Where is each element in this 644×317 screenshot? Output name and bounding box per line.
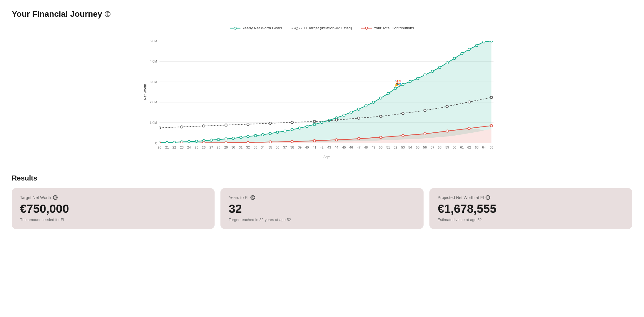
- svg-point-25: [240, 136, 242, 139]
- x-age-42: 42: [320, 146, 324, 149]
- x-age-65: 65: [490, 146, 494, 149]
- x-age-49: 49: [372, 146, 375, 149]
- svg-point-1: [234, 27, 236, 29]
- svg-point-88: [424, 133, 426, 135]
- svg-point-57: [476, 44, 478, 47]
- x-age-41: 41: [313, 146, 317, 149]
- svg-point-85: [357, 137, 360, 140]
- x-age-21: 21: [165, 146, 169, 149]
- x-age-53: 53: [401, 146, 405, 149]
- x-age-64: 64: [482, 146, 486, 149]
- svg-point-87: [402, 134, 404, 137]
- svg-point-31: [284, 130, 286, 132]
- y-axis-title: Net Worth: [143, 84, 147, 100]
- x-age-63: 63: [475, 146, 479, 149]
- x-age-40: 40: [305, 146, 309, 149]
- x-age-34: 34: [261, 146, 265, 149]
- card-target-desc: The amount needed for FI: [20, 217, 206, 222]
- x-age-26: 26: [202, 146, 206, 149]
- x-age-29: 29: [224, 146, 228, 149]
- card-years-to-fi: Years to FI ⓘ 32 Target reached in 32 ye…: [220, 188, 423, 229]
- svg-point-43: [372, 101, 374, 103]
- svg-point-53: [446, 62, 448, 64]
- svg-point-58: [483, 41, 485, 43]
- x-age-58: 58: [438, 146, 442, 149]
- svg-point-89: [446, 130, 448, 132]
- svg-point-59: [490, 40, 493, 42]
- card-target-label-text: Target Net Worth: [20, 195, 51, 200]
- svg-point-55: [461, 52, 463, 55]
- svg-point-81: [269, 141, 271, 143]
- svg-point-3: [296, 27, 298, 29]
- card-target-label: Target Net Worth ⓘ: [20, 195, 206, 200]
- svg-point-15: [166, 141, 168, 144]
- svg-point-27: [254, 134, 257, 137]
- x-age-45: 45: [342, 146, 346, 149]
- svg-point-63: [225, 124, 227, 126]
- x-age-25: 25: [195, 146, 198, 149]
- svg-point-49: [416, 77, 419, 80]
- x-age-27: 27: [209, 146, 213, 149]
- card-target-net-worth: Target Net Worth ⓘ €750,000 The amount n…: [12, 188, 215, 229]
- svg-point-18: [188, 140, 190, 143]
- svg-point-83: [313, 139, 316, 142]
- card-target-info-icon[interactable]: ⓘ: [53, 195, 58, 200]
- svg-point-66: [291, 121, 293, 124]
- x-age-22: 22: [173, 146, 176, 149]
- svg-point-41: [357, 108, 360, 110]
- x-age-23: 23: [180, 146, 184, 149]
- x-age-51: 51: [386, 146, 390, 149]
- x-age-48: 48: [364, 146, 368, 149]
- svg-point-80: [247, 141, 249, 144]
- x-age-60: 60: [453, 146, 456, 149]
- page-title: Your Financial Journey: [12, 9, 102, 19]
- svg-point-77: [180, 142, 183, 144]
- svg-point-60: [158, 127, 161, 129]
- svg-point-91: [490, 124, 493, 127]
- card-years-value: 32: [229, 202, 415, 215]
- results-cards-row: Target Net Worth ⓘ €750,000 The amount n…: [12, 188, 632, 229]
- svg-point-19: [195, 140, 198, 142]
- legend-label-yearly: Yearly Net Worth Goals: [242, 26, 282, 30]
- x-age-43: 43: [327, 146, 331, 149]
- y-axis-3m: 3.0M: [150, 80, 157, 84]
- y-axis-2m: 2.0M: [150, 100, 157, 104]
- page-title-info-icon[interactable]: ⓘ: [105, 11, 111, 17]
- x-age-28: 28: [217, 146, 220, 149]
- legend-line-contributions: [361, 26, 372, 30]
- svg-point-64: [247, 123, 249, 125]
- svg-point-84: [335, 139, 338, 141]
- legend-label-contributions: Your Total Contributions: [374, 26, 414, 30]
- legend-label-fi: FI Target (Inflation-Adjusted): [304, 26, 352, 30]
- x-age-35: 35: [268, 146, 272, 149]
- svg-point-22: [217, 138, 220, 141]
- legend-item-yearly-net-worth: Yearly Net Worth Goals: [230, 26, 282, 30]
- svg-point-32: [291, 128, 293, 131]
- x-age-44: 44: [334, 146, 338, 149]
- x-age-56: 56: [423, 146, 427, 149]
- svg-point-68: [335, 119, 338, 121]
- svg-point-61: [180, 126, 183, 128]
- x-age-36: 36: [276, 146, 280, 149]
- card-years-info-icon[interactable]: ⓘ: [250, 195, 255, 200]
- card-projected-info-icon[interactable]: ⓘ: [486, 195, 490, 200]
- svg-point-71: [402, 112, 404, 114]
- svg-point-35: [313, 123, 316, 126]
- svg-point-44: [379, 97, 382, 99]
- x-age-30: 30: [231, 146, 235, 149]
- y-axis-4m: 4.0M: [150, 60, 157, 63]
- svg-point-72: [424, 109, 426, 112]
- x-age-54: 54: [408, 146, 412, 149]
- chart-svg-wrapper: 0 1.0M 2.0M 3.0M 4.0M 5.0M Net Worth 20 …: [12, 35, 632, 162]
- svg-point-5: [365, 27, 368, 29]
- card-projected-label-text: Projected Net Worth at FI: [438, 195, 484, 200]
- svg-point-40: [350, 111, 352, 113]
- svg-point-26: [247, 135, 249, 138]
- svg-point-34: [306, 125, 308, 127]
- svg-point-36: [320, 121, 323, 124]
- svg-point-62: [203, 125, 205, 127]
- svg-point-42: [365, 105, 367, 107]
- x-age-62: 62: [467, 146, 471, 149]
- card-projected-net-worth: Projected Net Worth at FI ⓘ €1,678,555 E…: [429, 188, 632, 229]
- fi-achieved-marker: 🎉: [394, 80, 402, 87]
